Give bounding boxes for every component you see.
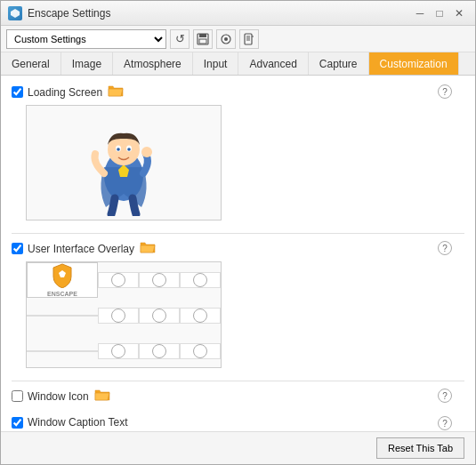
- grid-cell-r2c1: [27, 315, 98, 317]
- grid-cell-r1c2: [98, 272, 139, 288]
- grid-cell-r1c4: ?: [180, 272, 221, 288]
- window-caption-content: Window Caption Text: [12, 416, 464, 429]
- title-controls: ─ □ ✕: [411, 5, 468, 21]
- svg-point-17: [127, 148, 131, 151]
- app-icon: [8, 6, 22, 20]
- svg-marker-0: [11, 9, 20, 18]
- tab-customization[interactable]: Customization: [369, 52, 459, 75]
- svg-rect-2: [199, 34, 206, 37]
- title-bar: Enscape Settings ─ □ ✕: [1, 1, 475, 26]
- loading-screen-header: Loading Screen: [12, 84, 464, 100]
- window-caption-label[interactable]: Window Caption Text: [12, 416, 128, 429]
- window-icon-content: Window Icon: [12, 389, 464, 404]
- save-button[interactable]: [193, 29, 213, 49]
- loading-screen-folder-icon[interactable]: [108, 84, 124, 100]
- tab-input[interactable]: Input: [193, 52, 239, 75]
- hero-svg: [79, 109, 168, 216]
- toolbar: Custom Settings ↺: [1, 26, 475, 52]
- loading-screen-preview: [26, 105, 222, 220]
- window-icon-label[interactable]: Window Icon: [12, 390, 89, 403]
- grid-cell-r2c2: [98, 308, 139, 324]
- ui-overlay-preview: ENSCAPE ?: [26, 261, 222, 368]
- grid-cell-r2c4: [180, 308, 221, 324]
- grid-cell-r3c3: [139, 343, 180, 359]
- tab-capture[interactable]: Capture: [309, 52, 369, 75]
- loading-screen-help-icon[interactable]: ?: [438, 84, 452, 99]
- ui-overlay-section: User Interface Overlay ?: [12, 241, 464, 368]
- window-title: Enscape Settings: [28, 7, 110, 20]
- reset-tab-button[interactable]: Reset This Tab: [376, 437, 464, 459]
- ui-overlay-header: User Interface Overlay: [12, 241, 464, 256]
- enscape-logo-cell: ENSCAPE: [27, 262, 98, 298]
- ui-overlay-checkbox[interactable]: [12, 243, 23, 254]
- divider-1: [12, 233, 464, 234]
- window-caption-help-icon[interactable]: ?: [438, 416, 452, 430]
- svg-point-5: [224, 37, 228, 41]
- tab-atmosphere[interactable]: Atmosphere: [113, 52, 193, 75]
- title-bar-left: Enscape Settings: [8, 6, 110, 20]
- window-caption-section: Window Caption Text ?: [12, 416, 464, 429]
- window-caption-row: Window Caption Text ?: [12, 416, 464, 429]
- loading-screen-section: Loading Screen ?: [12, 84, 464, 220]
- window-icon-checkbox[interactable]: [12, 390, 23, 402]
- tab-image[interactable]: Image: [61, 52, 113, 75]
- loading-screen-label[interactable]: Loading Screen: [12, 86, 102, 99]
- export-button[interactable]: [239, 29, 259, 49]
- svg-rect-3: [199, 39, 206, 44]
- window-caption-checkbox[interactable]: [12, 417, 23, 429]
- svg-point-18: [141, 147, 152, 157]
- svg-point-16: [117, 148, 120, 151]
- tab-bar: General Image Atmosphere Input Advanced …: [1, 52, 475, 76]
- tab-general[interactable]: General: [1, 52, 61, 75]
- ui-overlay-help-icon[interactable]: ?: [438, 241, 452, 255]
- tab-advanced[interactable]: Advanced: [238, 52, 308, 75]
- loading-screen-checkbox[interactable]: [12, 86, 23, 98]
- window-icon-help-icon[interactable]: ?: [438, 389, 452, 403]
- window-icon-row: Window Icon ?: [12, 389, 464, 404]
- maximize-button[interactable]: □: [431, 5, 448, 21]
- ui-overlay-row: User Interface Overlay ?: [12, 241, 464, 261]
- grid-cell-r3c4: [180, 343, 221, 359]
- grid-cell-r1c3: [139, 272, 180, 288]
- grid-cell-r3c1: [27, 350, 98, 352]
- grid-cell-r2c3: [139, 308, 180, 324]
- minimize-button[interactable]: ─: [411, 5, 429, 21]
- content-area: Loading Screen ?: [1, 76, 475, 431]
- grid-cell-r3c2: [98, 343, 139, 359]
- window-icon-section: Window Icon ?: [12, 389, 464, 404]
- bottom-bar: Reset This Tab: [1, 431, 475, 464]
- ui-overlay-folder-icon[interactable]: [140, 241, 156, 256]
- ui-overlay-label[interactable]: User Interface Overlay: [12, 243, 134, 255]
- svg-rect-6: [245, 34, 252, 44]
- main-window: Enscape Settings ─ □ ✕ Custom Settings ↺: [0, 0, 476, 465]
- enscape-shield-icon: [52, 263, 73, 288]
- preset-button[interactable]: [216, 29, 236, 49]
- undo-button[interactable]: ↺: [170, 29, 190, 49]
- settings-dropdown[interactable]: Custom Settings: [6, 29, 166, 49]
- divider-2: [12, 381, 464, 381]
- close-button[interactable]: ✕: [450, 5, 468, 21]
- loading-screen-row: Loading Screen ?: [12, 84, 464, 105]
- window-icon-folder-icon[interactable]: [94, 389, 110, 404]
